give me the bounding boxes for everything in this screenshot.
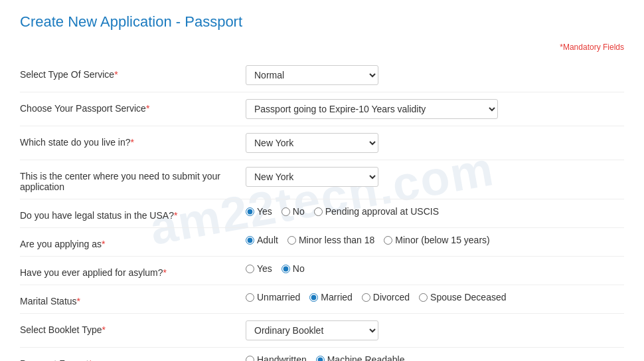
service-type-select[interactable]: Normal Tatkal Emergency	[246, 65, 378, 85]
applying-as-radio-group: Adult Minor less than 18 Minor (below 15…	[246, 235, 490, 245]
page-title: Create New Application - Passport	[20, 13, 624, 36]
legal-status-label: Do you have legal status in the USA?*	[20, 206, 246, 221]
booklet-type-control: Ordinary Booklet Official Booklet Diplom…	[246, 320, 624, 340]
asylum-radio-group: Yes No	[246, 263, 305, 274]
state-row: Which state do you live in?* New York Ca…	[20, 126, 624, 160]
passport-service-label: Choose Your Passport Service*	[20, 99, 246, 114]
applying-as-label: Are you applying as*	[20, 235, 246, 249]
submission-center-label: This is the center where you need to sub…	[20, 167, 246, 192]
service-type-control: Normal Tatkal Emergency	[246, 65, 624, 85]
passport-format-row: Passport Format* Handwritten Machine Rea…	[20, 348, 624, 361]
passport-format-label: Passport Format*	[20, 354, 246, 361]
submission-center-select[interactable]: New York Los Angeles Chicago Houston	[246, 167, 378, 187]
marital-status-control: Unmarried Married Divorced Spouse Deceas…	[246, 292, 624, 302]
applying-as-minor15[interactable]: Minor (below 15 years)	[384, 235, 489, 245]
applying-as-minor18[interactable]: Minor less than 18	[287, 235, 374, 245]
legal-status-radio-group: Yes No Pending approval at USCIS	[246, 206, 439, 217]
marital-status-radio-group: Unmarried Married Divorced Spouse Deceas…	[246, 292, 507, 302]
asylum-yes[interactable]: Yes	[246, 263, 272, 274]
applying-as-adult[interactable]: Adult	[246, 235, 278, 245]
marital-status-row: Marital Status* Unmarried Married Divorc…	[20, 285, 624, 314]
submission-center-control: New York Los Angeles Chicago Houston	[246, 167, 624, 187]
asylum-control: Yes No	[246, 263, 624, 274]
marital-status-label: Marital Status*	[20, 292, 246, 306]
passport-format-control: Handwritten Machine Readable	[246, 354, 624, 361]
asylum-no[interactable]: No	[282, 263, 305, 274]
passport-service-control: Passport going to Expire-10 Years validi…	[246, 99, 624, 119]
service-type-label: Select Type Of Service*	[20, 65, 246, 80]
asylum-row: Have you ever applied for asylum?* Yes N…	[20, 257, 624, 285]
asylum-label: Have you ever applied for asylum?*	[20, 263, 246, 278]
applying-as-row: Are you applying as* Adult Minor less th…	[20, 228, 624, 257]
booklet-type-label: Select Booklet Type*	[20, 320, 246, 335]
booklet-type-select[interactable]: Ordinary Booklet Official Booklet Diplom…	[246, 320, 378, 340]
marital-married[interactable]: Married	[309, 292, 352, 302]
applying-as-control: Adult Minor less than 18 Minor (below 15…	[246, 235, 624, 245]
state-control: New York California Texas Florida Illino…	[246, 133, 624, 153]
mandatory-note: *Mandatory Fields	[20, 43, 624, 52]
legal-status-control: Yes No Pending approval at USCIS	[246, 206, 624, 217]
marital-divorced[interactable]: Divorced	[362, 292, 410, 302]
booklet-type-row: Select Booklet Type* Ordinary Booklet Of…	[20, 314, 624, 348]
service-type-row: Select Type Of Service* Normal Tatkal Em…	[20, 59, 624, 92]
legal-status-pending[interactable]: Pending approval at USCIS	[314, 206, 439, 217]
legal-status-no[interactable]: No	[282, 206, 305, 217]
state-select[interactable]: New York California Texas Florida Illino…	[246, 133, 378, 153]
marital-unmarried[interactable]: Unmarried	[246, 292, 300, 302]
format-machine-readable[interactable]: Machine Readable	[316, 354, 405, 361]
passport-format-radio-group: Handwritten Machine Readable	[246, 354, 404, 361]
passport-service-select[interactable]: Passport going to Expire-10 Years validi…	[246, 99, 498, 119]
submission-center-row: This is the center where you need to sub…	[20, 160, 624, 199]
passport-service-row: Choose Your Passport Service* Passport g…	[20, 92, 624, 126]
marital-spouse-deceased[interactable]: Spouse Deceased	[419, 292, 506, 302]
legal-status-yes[interactable]: Yes	[246, 206, 272, 217]
legal-status-row: Do you have legal status in the USA?* Ye…	[20, 199, 624, 228]
format-handwritten[interactable]: Handwritten	[246, 354, 307, 361]
state-label: Which state do you live in?*	[20, 133, 246, 148]
